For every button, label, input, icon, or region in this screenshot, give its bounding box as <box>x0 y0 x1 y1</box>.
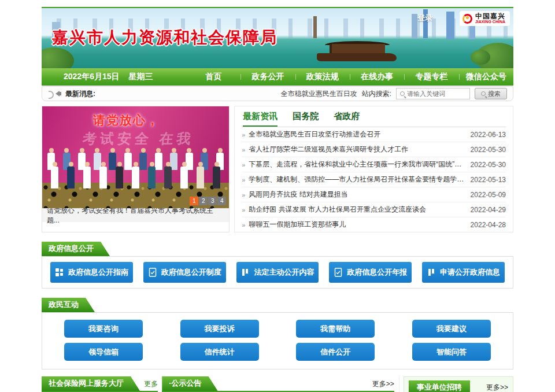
jiaxing-logo: 中国嘉兴 JIAXING CHINA <box>460 11 510 26</box>
social-insurance-panel: 社会保险网上服务大厅 更多 个人(单位)社保证明打印 办事指南 <box>42 376 158 392</box>
chevron-marker-icon: » <box>242 176 245 183</box>
nav-item-special[interactable]: 专题专栏 <box>404 72 458 82</box>
ticker-marquee: 全市稳就业惠民生百日攻 <box>281 89 357 99</box>
public-notice-panel: ·公示公告 更多>> »关于设立嘉善技工学校的公示2022-05-18 »关于公… <box>162 376 399 392</box>
search-icon <box>481 91 486 96</box>
grid-icon <box>55 268 64 277</box>
photo-banner-text: 请党放心， <box>93 112 160 128</box>
news-item[interactable]: »学制度、建机制、强防控——市人力社保局召开社保基金要情专题学习会2022-05… <box>242 172 506 187</box>
social-more-link[interactable]: 更多 <box>144 379 158 391</box>
interaction-buttons: 我要咨询 我要投诉 我需帮助 我要建议 领导信箱 信件统计 信件公开 智能问答 <box>42 312 513 369</box>
tree-graphic <box>42 47 74 68</box>
tab-provincial-gov[interactable]: 省政府 <box>334 111 360 127</box>
speaker-icon <box>53 91 60 97</box>
photo-people-front <box>50 162 221 188</box>
nav-date: 2022年6月15日 星期三 <box>42 72 186 82</box>
pager-2[interactable]: 2 <box>199 197 208 205</box>
logo-text-cn: 中国嘉兴 <box>475 13 505 20</box>
site-title: 嘉兴市人力资源和社会保障局 <box>52 27 278 49</box>
news-panel: 最新资讯 国务院 省政府 »全市稳就业惠民生百日攻坚行动推进会召开2022-06… <box>234 106 513 232</box>
public-notice-header: ·公示公告 <box>162 376 217 391</box>
gov-info-section-header: 政府信息公开 <box>42 242 110 256</box>
login-link[interactable]: 登录 <box>417 13 432 23</box>
smart-qa-button[interactable]: 智能问答 <box>412 343 491 361</box>
request-disclosure-button[interactable]: 申请公开政府信息 <box>422 262 505 283</box>
pager-3[interactable]: 3 <box>208 197 217 205</box>
legal-disclosure-button[interactable]: 法定主动公开内容 <box>236 262 319 283</box>
photo-banner-subtext: 考试安全 在我 <box>82 130 195 148</box>
news-ticker-bar: 最新消息: 全市稳就业惠民生百日攻 站内搜索: 搜索 <box>42 86 513 101</box>
doc-check-icon <box>334 268 343 277</box>
tree-graphic <box>471 50 490 65</box>
suggestion-button[interactable]: 我要建议 <box>412 320 491 338</box>
carousel-photo[interactable]: 请党放心， 考试安全 在我 1 2 3 4 <box>42 106 229 208</box>
news-item[interactable]: »下基层、走流程，省社保和就业中心主任项薇一行来我市调研“国统”上线情况2022… <box>242 157 506 172</box>
gov-info-buttons: 政府信息公开指南 政府信息公开制度 法定主动公开内容 政府信息公开年报 申请公开… <box>42 256 513 289</box>
search-label: 站内搜索: <box>362 89 391 99</box>
carousel-caption[interactable]: 请党放心，考试安全有我！首届嘉兴市人事考试系统主题... <box>42 208 229 222</box>
interaction-section-header: 政民互动 <box>42 298 95 312</box>
news-item[interactable]: »全市稳就业惠民生百日攻坚行动推进会召开2022-06-13 <box>242 127 506 142</box>
gov-info-section: 政府信息公开 政府信息公开指南 政府信息公开制度 法定主动公开内容 政府信息公开… <box>42 242 513 289</box>
content-container: 嘉兴市人力资源和社会保障局 登录 中国嘉兴 JIAXING CHINA 2022… <box>42 7 513 392</box>
news-item[interactable]: »助企纾困 共谋发展 市人力社保局召开重点企业交流座谈会2022-04-29 <box>242 202 506 217</box>
chevron-marker-icon: » <box>242 191 245 198</box>
recruit-more-link[interactable]: 更多>> <box>486 383 508 392</box>
nav-item-wechat[interactable]: 微信公众号 <box>459 72 513 82</box>
chevron-marker-icon: » <box>242 161 245 168</box>
book-icon <box>427 268 436 277</box>
photo-carousel[interactable]: 请党放心， 考试安全 在我 1 2 3 4 请党放心，考试安全有我！首届嘉兴市人… <box>42 106 230 232</box>
book-icon <box>240 268 250 277</box>
ticker-label: 最新消息: <box>65 89 95 99</box>
nav-item-home[interactable]: 首页 <box>186 72 240 82</box>
page: 嘉兴市人力资源和社会保障局 登录 中国嘉兴 JIAXING CHINA 2022… <box>0 0 555 392</box>
mail-disclosure-button[interactable]: 信件公开 <box>296 343 375 361</box>
news-item[interactable]: »省人社厅陈荣华二级巡视员来嘉兴调研专技人才工作2022-05-30 <box>242 142 506 157</box>
carousel-pager: 1 2 3 4 <box>190 197 226 205</box>
tab-state-council[interactable]: 国务院 <box>293 111 319 127</box>
need-help-button[interactable]: 我需帮助 <box>296 320 375 338</box>
pager-1[interactable]: 1 <box>190 197 198 205</box>
recruitment-header: 事业单位招聘 <box>409 380 470 392</box>
annual-report-button[interactable]: 政府信息公开年报 <box>329 262 412 283</box>
leader-mailbox-button[interactable]: 领导信箱 <box>64 343 143 361</box>
gov-info-system-button[interactable]: 政府信息公开制度 <box>143 262 226 283</box>
mail-stats-button[interactable]: 信件统计 <box>180 343 259 361</box>
search-button[interactable]: 搜索 <box>475 88 507 99</box>
pager-4[interactable]: 4 <box>217 197 226 205</box>
weekday-text: 星期三 <box>129 72 153 82</box>
nav-item-gov-info[interactable]: 政务公开 <box>240 72 295 82</box>
logo-text-en: JIAXING CHINA <box>475 20 505 24</box>
search-icon <box>400 91 405 96</box>
nav-item-online[interactable]: 在线办事 <box>350 72 404 82</box>
site-banner: 嘉兴市人力资源和社会保障局 登录 中国嘉兴 JIAXING CHINA <box>42 7 513 68</box>
complaint-button[interactable]: 我要投诉 <box>180 320 259 338</box>
main-nav: 2022年6月15日 星期三 首页 政务公开 政策法规 在线办事 专题专栏 微信… <box>42 68 513 86</box>
tab-latest-news[interactable]: 最新资讯 <box>243 111 278 127</box>
interaction-section: 政民互动 我要咨询 我要投诉 我需帮助 我要建议 领导信箱 信件统计 信件公开 … <box>42 298 513 369</box>
news-list: »全市稳就业惠民生百日攻坚行动推进会召开2022-06-13 »省人社厅陈荣华二… <box>242 127 506 232</box>
recruitment-panel: 事业单位招聘 更多>> ·嘉兴市妇幼保健院2022年公开... ·2022年嘉兴… <box>404 376 513 392</box>
chevron-marker-icon: » <box>242 131 245 138</box>
chevron-marker-icon: » <box>242 146 245 153</box>
nav-item-policy[interactable]: 政策法规 <box>295 72 350 82</box>
date-text: 2022年6月15日 <box>64 72 120 82</box>
notice-more-link[interactable]: 更多>> <box>372 379 394 391</box>
news-tabs: 最新资讯 国务院 省政府 <box>242 106 506 127</box>
news-item[interactable]: »聊聊五一假期加班工资那些事儿2022-04-28 <box>242 217 506 232</box>
doc-check-icon <box>148 268 157 277</box>
chevron-marker-icon: » <box>242 221 245 228</box>
search-box <box>396 88 470 99</box>
chevron-marker-icon: » <box>242 206 245 213</box>
jiaxing-logo-icon <box>462 14 472 24</box>
search-input[interactable] <box>407 90 466 97</box>
consult-button[interactable]: 我要咨询 <box>64 320 143 338</box>
news-item[interactable]: »风雨同舟齐抗疫 结对共建显担当2022-05-09 <box>242 187 506 202</box>
social-insurance-header: 社会保险网上服务大厅 <box>42 376 140 391</box>
gov-info-guide-button[interactable]: 政府信息公开指南 <box>50 262 133 283</box>
boat-graphic <box>313 38 400 61</box>
